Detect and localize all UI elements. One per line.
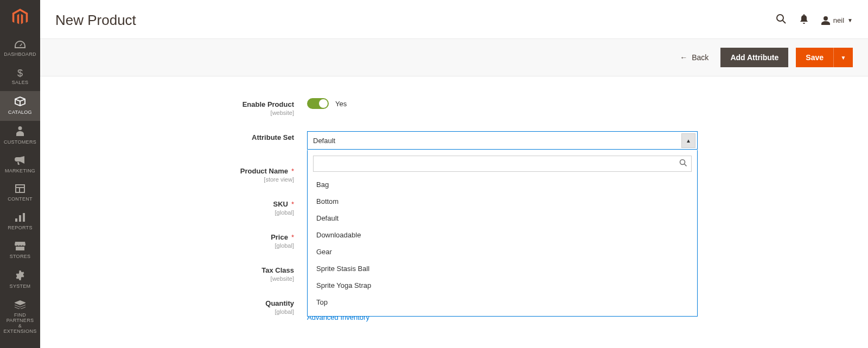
arrow-left-icon: ←: [680, 53, 687, 62]
chevron-down-icon: ▼: [847, 17, 853, 23]
nav-customers[interactable]: CUSTOMERS: [0, 121, 40, 151]
required-mark: *: [291, 167, 294, 175]
nav-stores[interactable]: STORES: [0, 236, 40, 265]
save-dropdown-toggle[interactable]: ▼: [833, 48, 853, 67]
nav-dashboard[interactable]: DASHBOARD: [0, 35, 40, 63]
product-name-label: Product Name: [240, 167, 288, 175]
sku-label: SKU: [273, 200, 288, 208]
back-button[interactable]: ← Back: [680, 53, 709, 62]
attribute-set-option[interactable]: Top: [313, 294, 692, 311]
scope-text: [global]: [62, 209, 294, 216]
enable-product-label: Enable Product: [242, 100, 294, 108]
box-icon: [15, 96, 25, 108]
required-mark: *: [291, 233, 294, 241]
scope-text: [website]: [62, 109, 294, 116]
user-icon: [821, 16, 830, 25]
scope-text: [global]: [62, 242, 294, 249]
layout-icon: [15, 184, 25, 195]
attribute-set-option[interactable]: Default: [313, 210, 692, 227]
page-header: New Product neil ▼: [40, 0, 868, 38]
attribute-set-option[interactable]: Bottom: [313, 193, 692, 210]
bar-chart-icon: [15, 213, 25, 223]
add-attribute-button[interactable]: Add Attribute: [720, 48, 788, 67]
nav-system[interactable]: SYSTEM: [0, 265, 40, 295]
nav-label: MARKETING: [5, 169, 35, 174]
quantity-label: Quantity: [265, 299, 294, 307]
nav-marketing[interactable]: MARKETING: [0, 151, 40, 179]
attribute-set-option[interactable]: Downloadable: [313, 227, 692, 243]
person-icon: [16, 126, 24, 138]
nav-label: SALES: [12, 80, 29, 86]
nav-sales[interactable]: $ SALES: [0, 63, 40, 91]
attribute-set-option[interactable]: Gear: [313, 243, 692, 260]
account-menu[interactable]: neil ▼: [821, 16, 853, 25]
toggle-value-text: Yes: [335, 100, 347, 108]
magento-logo-icon: [11, 9, 29, 26]
price-label: Price: [271, 233, 288, 241]
attribute-set-selected: Default: [313, 137, 681, 145]
search-icon[interactable]: [776, 14, 787, 27]
dollar-icon: $: [17, 68, 23, 78]
attribute-set-dropdown: BagBottomDefaultDownloadableGearSprite S…: [307, 150, 698, 317]
enable-product-toggle[interactable]: [307, 98, 329, 109]
nav-label: STORES: [10, 254, 31, 260]
partners-icon: [15, 300, 25, 311]
tax-class-label: Tax Class: [261, 266, 294, 274]
admin-sidebar: DASHBOARD $ SALES CATALOG CUSTOMERS MARK…: [0, 0, 40, 348]
toggle-knob: [319, 99, 328, 108]
attribute-set-option[interactable]: Bag: [313, 176, 692, 193]
chevron-down-icon: ▼: [841, 55, 846, 61]
nav-label: CATALOG: [8, 110, 32, 115]
action-bar: ← Back Add Attribute Save ▼: [40, 38, 868, 76]
product-form: Enable Product [website] Yes Attribute S…: [40, 76, 868, 334]
nav-reports[interactable]: REPORTS: [0, 208, 40, 236]
page-title: New Product: [55, 12, 776, 29]
scope-text: [store view]: [62, 176, 294, 183]
storefront-icon: [15, 242, 25, 252]
nav-label: REPORTS: [8, 225, 32, 231]
chevron-up-icon: ▲: [681, 133, 695, 148]
notifications-icon[interactable]: [800, 14, 808, 27]
nav-find-partners[interactable]: FIND PARTNERS & EXTENSIONS: [0, 295, 40, 340]
nav-label: FIND PARTNERS & EXTENSIONS: [2, 313, 38, 334]
nav-label: SYSTEM: [10, 284, 31, 289]
attribute-set-option[interactable]: Sprite Yoga Strap: [313, 277, 692, 294]
gauge-icon: [15, 40, 25, 50]
save-button[interactable]: Save: [796, 48, 833, 67]
nav-label: CONTENT: [8, 197, 33, 202]
scope-text: [global]: [62, 308, 294, 315]
required-mark: *: [291, 200, 294, 208]
nav-label: CUSTOMERS: [4, 140, 36, 145]
attribute-set-option[interactable]: Sprite Stasis Ball: [313, 260, 692, 277]
attribute-set-select[interactable]: Default ▲: [307, 131, 698, 150]
magento-logo[interactable]: [0, 0, 40, 35]
user-name: neil: [833, 16, 844, 24]
attribute-set-label: Attribute Set: [252, 133, 294, 141]
attribute-set-search-input[interactable]: [313, 156, 692, 172]
gear-icon: [15, 270, 25, 282]
nav-content[interactable]: CONTENT: [0, 179, 40, 208]
nav-label: DASHBOARD: [4, 52, 36, 57]
back-label: Back: [692, 53, 709, 62]
nav-catalog[interactable]: CATALOG: [0, 91, 40, 121]
scope-text: [website]: [62, 275, 294, 282]
main-content: New Product neil ▼ ← Back Add At: [40, 0, 868, 348]
megaphone-icon: [15, 156, 25, 166]
